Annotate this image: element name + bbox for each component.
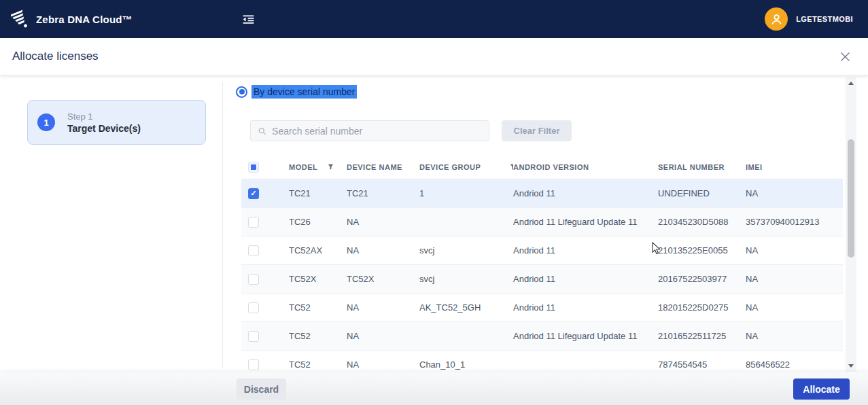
row-checkbox[interactable]	[248, 302, 259, 313]
allocate-licenses-screen: Zebra DNA Cloud™ LGETESTMOBI Allocate li…	[0, 0, 868, 405]
cell-serial: UNDEFINED	[658, 188, 746, 198]
row-checkbox[interactable]	[248, 331, 259, 342]
cell-serial: 182015225D0275	[658, 302, 746, 313]
col-android-version: ANDROID VERSION	[513, 163, 658, 171]
cell-model: TC26	[289, 217, 347, 227]
select-all-checkbox[interactable]	[248, 162, 259, 173]
modal-footer: Discard Allocate	[0, 372, 868, 405]
step-card-target-devices[interactable]: 1 Step 1 Target Device(s)	[27, 100, 206, 145]
cell-model: TC52	[289, 302, 347, 313]
cell-imei: NA	[746, 302, 843, 313]
clear-filter-button[interactable]: Clear Filter	[502, 120, 572, 141]
row-checkbox[interactable]	[248, 359, 259, 370]
cell-device-group: svcj	[419, 245, 513, 256]
cell-android-version: Andriod 11	[513, 274, 658, 284]
cell-device-name: NA	[347, 302, 419, 313]
cell-serial: 210345230D5088	[658, 217, 746, 227]
scroll-down-arrow-icon[interactable]	[846, 361, 856, 370]
cell-device-group: AK_TC52_5GH	[419, 302, 513, 313]
step-title: Target Device(s)	[67, 123, 141, 134]
cell-device-group: Chan_10_1	[419, 359, 513, 370]
cell-model: TC52AX	[289, 245, 347, 256]
cell-device-group: svcj	[419, 274, 513, 284]
cell-imei: 357370940012913	[746, 217, 843, 227]
cell-android-version: Andriod 11	[513, 302, 658, 313]
table-row[interactable]: TC21 TC21 1 Andriod 11 UNDEFINED NA	[241, 179, 843, 208]
top-nav-bar: Zebra DNA Cloud™ LGETESTMOBI	[0, 0, 868, 38]
table-row[interactable]: TC52 NA AK_TC52_5GH Andriod 11 182015225…	[241, 294, 843, 322]
step-label: Step 1	[67, 111, 141, 122]
cell-device-name: TC52X	[347, 274, 419, 284]
row-checkbox[interactable]	[248, 217, 259, 228]
person-icon	[769, 12, 784, 27]
discard-button[interactable]: Discard	[237, 378, 286, 400]
collapse-menu-icon[interactable]	[241, 12, 256, 27]
col-serial-number: SERIAL NUMBER	[658, 163, 746, 171]
username-label: LGETESTMOBI	[796, 15, 853, 23]
modal-header: Allocate licenses	[0, 38, 868, 75]
cell-android-version: Andriod 11 Lifeguard Update 11	[513, 217, 658, 227]
sidebar-divider	[222, 82, 223, 368]
cell-model: TC52X	[289, 274, 347, 284]
cell-serial: 21016522511725	[658, 331, 746, 341]
cell-model: TC52	[289, 331, 347, 341]
cell-android-version: Andriod 11 Lifeguard Update 11	[513, 331, 658, 341]
table-row[interactable]: TC52X TC52X svcj Andriod 11 201675225039…	[241, 265, 843, 294]
user-avatar[interactable]	[765, 7, 788, 31]
col-device-group: DEVICE GROUP	[419, 163, 513, 171]
scrollbar-thumb[interactable]	[848, 139, 854, 258]
cell-device-name: TC21	[347, 188, 419, 198]
search-serial-input[interactable]	[272, 126, 482, 137]
allocate-button[interactable]: Allocate	[793, 378, 850, 400]
col-model: MODEL	[289, 163, 347, 171]
cell-serial: 210135225E0055	[658, 245, 746, 256]
cell-imei: NA	[746, 274, 843, 284]
close-icon[interactable]	[840, 52, 850, 62]
cell-imei: NA	[746, 245, 843, 256]
radio-label[interactable]: By device serial number	[251, 85, 357, 99]
cell-model: TC21	[289, 188, 347, 198]
modal-body: 1 Step 1 Target Device(s) By device seri…	[0, 75, 868, 372]
cell-device-name: NA	[347, 217, 419, 227]
step-number-badge: 1	[37, 113, 55, 131]
radio-dot	[239, 89, 245, 94]
search-icon	[258, 126, 266, 136]
cell-android-version: Andriod 11	[513, 188, 658, 198]
cell-model: TC52	[289, 359, 347, 370]
table-row[interactable]: TC26 NA Andriod 11 Lifeguard Update 11 2…	[241, 208, 843, 236]
row-checkbox[interactable]	[248, 188, 259, 199]
col-device-name: DEVICE NAME	[347, 163, 419, 171]
page-title: Allocate licenses	[12, 50, 99, 63]
radio-by-serial-number[interactable]	[236, 86, 247, 98]
cell-imei: 856456522	[746, 359, 843, 370]
table-header-row: MODEL DEVICE NAME DEVICE GROUP ANDROID V…	[241, 155, 843, 179]
table-row[interactable]: TC52 NA Andriod 11 Lifeguard Update 11 2…	[241, 322, 843, 351]
table-row[interactable]: TC52AX NA svcj Andriod 11 210135225E0055…	[241, 236, 843, 265]
cell-device-name: NA	[347, 331, 419, 341]
cell-device-name: NA	[347, 245, 419, 256]
cell-device-group: 1	[419, 188, 513, 198]
filter-icon-model[interactable]	[327, 163, 334, 171]
row-checkbox[interactable]	[248, 274, 259, 285]
zebra-logo	[11, 8, 29, 30]
cell-serial: 20167522503977	[658, 274, 746, 284]
device-table: MODEL DEVICE NAME DEVICE GROUP ANDROID V…	[241, 155, 843, 372]
search-box	[250, 120, 489, 141]
cell-serial: 7874554545	[658, 359, 746, 370]
vertical-scrollbar[interactable]	[846, 77, 856, 372]
table-row[interactable]: TC52 NA Chan_10_1 7874554545 856456522	[241, 351, 843, 372]
cell-android-version: Andriod 11	[513, 245, 658, 256]
brand-title: Zebra DNA Cloud™	[36, 14, 133, 25]
cell-device-name: NA	[347, 359, 419, 370]
cell-imei: NA	[746, 188, 843, 198]
col-imei: IMEI	[746, 163, 843, 171]
row-checkbox[interactable]	[248, 245, 259, 256]
cell-imei: NA	[746, 331, 843, 341]
scroll-up-arrow-icon[interactable]	[846, 78, 856, 88]
